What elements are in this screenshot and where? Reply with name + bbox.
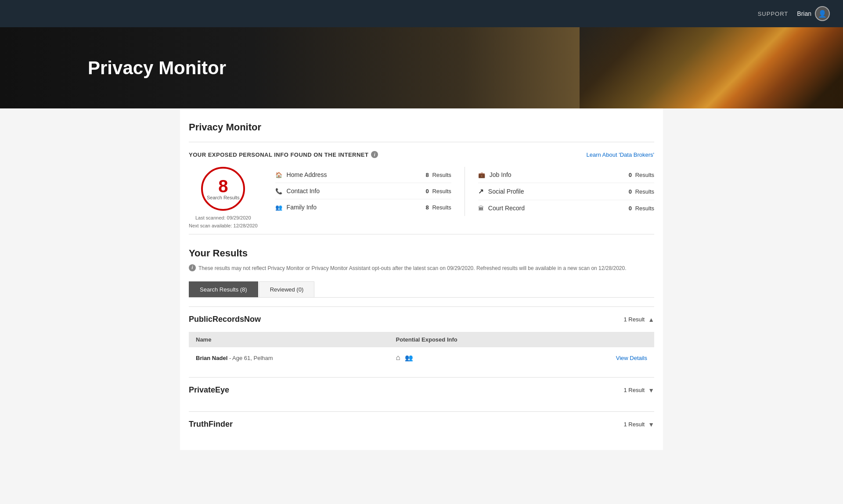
home-icon — [275, 171, 282, 178]
learn-about-brokers-link[interactable]: Learn About 'Data Brokers' — [586, 151, 654, 158]
record-name-cell: Brian Nadel - Age 61, Pelham — [189, 347, 389, 368]
results-grid: Home Address 8 Results Contact Info 0 Re… — [275, 167, 654, 216]
score-circle-wrapper: 8 Search Results Last scanned: 09/29/202… — [189, 167, 258, 230]
view-details-link[interactable]: View Details — [616, 355, 647, 361]
broker-name-truthfinder: TruthFinder — [189, 420, 233, 429]
job-info-label: Job Info — [490, 171, 512, 178]
broker-section-publicrecordsnow: PublicRecordsNow 1 Result ▲ Name Potenti… — [189, 306, 654, 368]
user-name-label: Brian — [797, 10, 811, 17]
next-scan: Next scan available: 12/28/2020 — [189, 222, 258, 230]
broker-name-privateeye: PrivateEye — [189, 385, 229, 395]
your-results-title: Your Results — [189, 248, 654, 259]
divider-2 — [189, 234, 654, 234]
page-heading: Privacy Monitor — [189, 122, 654, 133]
disclaimer-text: These results may not reflect Privacy Mo… — [198, 264, 627, 273]
support-link[interactable]: SUPPORT — [758, 11, 789, 17]
phone-icon — [275, 187, 282, 194]
avatar: 👤 — [815, 6, 830, 21]
disclaimer-info-icon: i — [189, 264, 196, 271]
result-row-family-info: Family Info 8 Results — [275, 199, 451, 215]
court-record-label: Court Record — [488, 205, 525, 212]
main-content: Privacy Monitor YOUR EXPOSED PERSONAL IN… — [180, 108, 663, 450]
chevron-up-icon: ▲ — [648, 316, 654, 323]
record-detail: - Age 61, Pelham — [229, 355, 273, 361]
chevron-down-icon-truthfinder: ▼ — [648, 421, 654, 428]
divider-1 — [189, 142, 654, 142]
info-icon: i — [371, 151, 378, 158]
your-results-section: Your Results i These results may not ref… — [189, 248, 654, 437]
broker-table-header: Name Potential Exposed Info — [189, 332, 654, 347]
score-dates: Last scanned: 09/29/2020 Next scan avail… — [189, 214, 258, 230]
job-info-count: 0 — [629, 172, 632, 178]
results-column-right: Job Info 0 Results Social Profile 0 Resu… — [478, 167, 654, 216]
broker-table-body: Brian Nadel - Age 61, Pelham ⌂ 👥 View De… — [189, 347, 654, 368]
exposed-content: 8 Search Results Last scanned: 09/29/202… — [189, 167, 654, 230]
hero-banner: Privacy Monitor — [0, 27, 843, 108]
result-row-home-address: Home Address 8 Results — [275, 167, 451, 183]
top-navigation: SUPPORT Brian 👤 — [0, 0, 843, 27]
tabs-row: Search Results (8) Reviewed (0) — [189, 281, 654, 298]
exposed-section-header: YOUR EXPOSED PERSONAL INFO FOUND ON THE … — [189, 151, 654, 158]
contact-info-count: 0 — [426, 188, 429, 194]
record-action-cell: View Details — [555, 347, 654, 368]
family-info-count: 8 — [426, 204, 429, 211]
exposed-icons: ⌂ 👥 — [396, 353, 548, 362]
family-icon — [275, 204, 282, 211]
home-address-count: 8 — [426, 172, 429, 178]
broker-result-count-privateeye[interactable]: 1 Result ▼ — [623, 387, 654, 394]
record-exposed-cell: ⌂ 👥 — [389, 347, 555, 368]
social-profile-count: 0 — [629, 188, 632, 195]
broker-result-count-publicrecordsnow[interactable]: 1 Result ▲ — [623, 316, 654, 323]
court-icon — [478, 205, 484, 212]
broker-header-truthfinder[interactable]: TruthFinder 1 Result ▼ — [189, 412, 654, 437]
person-icon: 👤 — [818, 10, 827, 18]
results-disclaimer: i These results may not reflect Privacy … — [189, 264, 654, 273]
table-header-row: Name Potential Exposed Info — [189, 332, 654, 347]
family-info-label: Family Info — [287, 204, 317, 211]
col-header-name: Name — [189, 332, 389, 347]
user-menu[interactable]: Brian 👤 — [797, 6, 830, 21]
share-icon — [478, 187, 484, 195]
results-column-left: Home Address 8 Results Contact Info 0 Re… — [275, 167, 465, 216]
last-scanned: Last scanned: 09/29/2020 — [189, 214, 258, 222]
col-header-action — [555, 332, 654, 347]
tab-reviewed[interactable]: Reviewed (0) — [259, 281, 315, 297]
result-row-job-info: Job Info 0 Results — [478, 167, 654, 183]
record-name: Brian Nadel — [196, 355, 227, 361]
broker-result-count-truthfinder[interactable]: 1 Result ▼ — [623, 421, 654, 428]
home-address-label: Home Address — [287, 171, 327, 178]
social-profile-label: Social Profile — [488, 188, 524, 195]
broker-name-publicrecordsnow: PublicRecordsNow — [189, 315, 261, 324]
broker-header-privateeye[interactable]: PrivateEye 1 Result ▼ — [189, 378, 654, 403]
hero-title: Privacy Monitor — [88, 58, 226, 79]
tab-search-results[interactable]: Search Results (8) — [189, 281, 258, 297]
broker-section-privateeye: PrivateEye 1 Result ▼ — [189, 377, 654, 403]
contact-info-label: Contact Info — [287, 187, 320, 194]
broker-table-publicrecordsnow: Name Potential Exposed Info Brian Nadel … — [189, 332, 654, 368]
broker-section-truthfinder: TruthFinder 1 Result ▼ — [189, 411, 654, 437]
score-circle: 8 Search Results — [201, 167, 245, 211]
col-header-exposed: Potential Exposed Info — [389, 332, 555, 347]
score-number: 8 — [218, 177, 228, 195]
chevron-down-icon: ▼ — [648, 387, 654, 394]
result-row-contact-info: Contact Info 0 Results — [275, 183, 451, 199]
result-row-social-profile: Social Profile 0 Results — [478, 183, 654, 200]
exposed-title: YOUR EXPOSED PERSONAL INFO FOUND ON THE … — [189, 151, 378, 158]
court-record-count: 0 — [629, 205, 632, 212]
result-row-court-record: Court Record 0 Results — [478, 200, 654, 216]
broker-header-publicrecordsnow[interactable]: PublicRecordsNow 1 Result ▲ — [189, 307, 654, 332]
score-label: Search Results — [207, 195, 240, 200]
exposed-title-text: YOUR EXPOSED PERSONAL INFO FOUND ON THE … — [189, 151, 368, 158]
group-exposed-icon: 👥 — [405, 354, 413, 362]
table-row: Brian Nadel - Age 61, Pelham ⌂ 👥 View De… — [189, 347, 654, 368]
job-icon — [478, 171, 485, 178]
home-exposed-icon: ⌂ — [396, 353, 400, 362]
